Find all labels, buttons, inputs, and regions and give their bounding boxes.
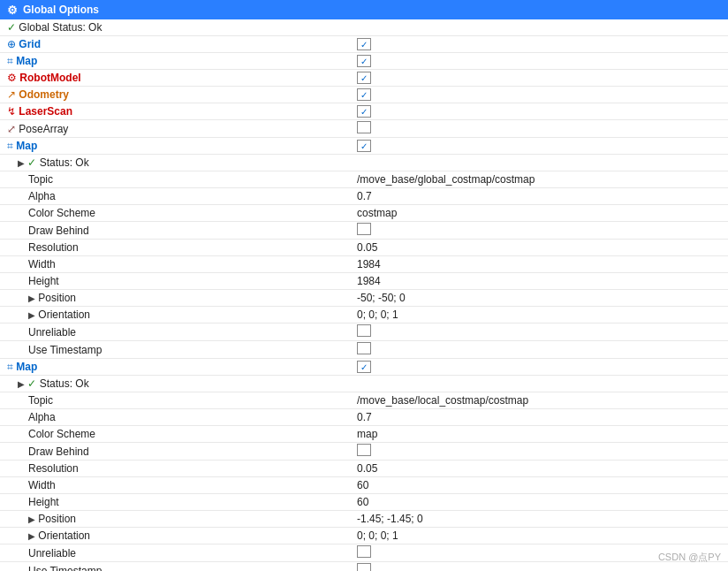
item-label: ⚙ RobotModel (0, 72, 353, 84)
checkbox[interactable]: ✓ (357, 105, 371, 118)
title-bar: ⚙ Global Options (0, 0, 728, 19)
list-item[interactable]: Draw Behind (0, 222, 728, 240)
list-item: Width1984 (0, 256, 728, 273)
list-item[interactable]: ⌗ Map✓ (0, 359, 728, 376)
item-value[interactable] (353, 223, 728, 238)
list-item: Resolution0.05 (0, 461, 728, 477)
item-label: ⊕ Grid (0, 38, 353, 50)
item-value: 0.7 (353, 190, 728, 202)
item-value[interactable] (353, 324, 728, 339)
checkbox[interactable] (357, 444, 371, 456)
list-item[interactable]: Use Timestamp (0, 341, 728, 359)
list-item: Height1984 (0, 273, 728, 290)
options-list: ✓ Global Status: Ok⊕ Grid✓⌗ Map✓⚙ RobotM… (0, 19, 728, 571)
list-item: Width60 (0, 477, 728, 494)
item-value: -1.45; -1.45; 0 (353, 513, 728, 525)
item-label: ▶ Orientation (0, 308, 353, 321)
item-value: 0.7 (353, 411, 728, 423)
item-value[interactable]: ✓ (353, 105, 728, 118)
watermark: CSDN @点PY (658, 551, 721, 564)
item-label: ▶ Position (0, 292, 353, 304)
list-item[interactable]: Use Timestamp (0, 562, 728, 571)
checkbox[interactable] (357, 563, 371, 571)
item-label: Unreliable (0, 326, 353, 339)
checkbox[interactable]: ✓ (357, 72, 371, 84)
item-value[interactable]: ✓ (353, 55, 728, 68)
item-value[interactable] (353, 563, 728, 571)
list-item: ▶ Orientation0; 0; 0; 1 (0, 307, 728, 324)
list-item: Color Schemecostmap (0, 205, 728, 222)
item-value[interactable] (353, 121, 728, 136)
item-label: Topic (0, 173, 353, 186)
gear-icon: ⚙ (7, 4, 18, 17)
item-label: ⌗ Map (0, 140, 353, 152)
item-label: ⤢ PoseArray (0, 123, 353, 135)
list-item: ✓ Global Status: Ok (0, 19, 728, 36)
item-value[interactable]: ✓ (353, 361, 728, 374)
list-item: Alpha0.7 (0, 409, 728, 426)
checkbox[interactable]: ✓ (357, 361, 371, 373)
list-item: ▶ Position-1.45; -1.45; 0 (0, 511, 728, 528)
item-value: 60 (353, 479, 728, 491)
list-item[interactable]: ⚙ RobotModel✓ (0, 70, 728, 87)
list-item: Topic/move_base/global_costmap/costmap (0, 171, 728, 188)
item-label: Resolution (0, 462, 353, 475)
checkbox[interactable] (357, 324, 371, 337)
item-value: 1984 (353, 275, 728, 287)
list-item: Resolution0.05 (0, 240, 728, 256)
item-value[interactable]: ✓ (353, 38, 728, 51)
item-value: /move_base/global_costmap/costmap (353, 173, 728, 186)
item-label: ↗ Odometry (0, 88, 353, 101)
item-label: Use Timestamp (0, 565, 353, 572)
item-value[interactable] (353, 342, 728, 357)
checkbox[interactable]: ✓ (357, 88, 371, 101)
list-item: Alpha0.7 (0, 188, 728, 205)
item-value[interactable]: ✓ (353, 88, 728, 102)
list-item: Topic/move_base/local_costmap/costmap (0, 392, 728, 409)
checkbox[interactable]: ✓ (357, 55, 371, 67)
checkbox[interactable] (357, 223, 371, 235)
list-item[interactable]: ↯ LaserScan✓ (0, 103, 728, 120)
list-item: ▶ ✓ Status: Ok (0, 155, 728, 171)
item-value: 60 (353, 496, 728, 508)
item-value: 0.05 (353, 462, 728, 475)
checkbox[interactable] (357, 121, 371, 133)
checkbox[interactable] (357, 342, 371, 354)
list-item[interactable]: ⌗ Map✓ (0, 53, 728, 70)
checkbox[interactable]: ✓ (357, 140, 371, 152)
item-value: 1984 (353, 258, 728, 270)
list-item[interactable]: ⊕ Grid✓ (0, 36, 728, 53)
item-label: ↯ LaserScan (0, 105, 353, 118)
list-item[interactable]: ⌗ Map✓ (0, 138, 728, 155)
item-value: 0; 0; 0; 1 (353, 308, 728, 321)
list-item[interactable]: ↗ Odometry✓ (0, 87, 728, 103)
item-value: -50; -50; 0 (353, 292, 728, 304)
item-label: Width (0, 479, 353, 491)
list-item: ▶ ✓ Status: Ok (0, 376, 728, 392)
item-label: Unreliable (0, 547, 353, 560)
checkbox[interactable]: ✓ (357, 38, 371, 50)
item-label: Draw Behind (0, 225, 353, 237)
list-item: Height60 (0, 494, 728, 511)
item-label: Draw Behind (0, 445, 353, 458)
item-value[interactable]: ✓ (353, 140, 728, 153)
item-value[interactable]: ✓ (353, 72, 728, 85)
item-label: ▶ Position (0, 513, 353, 525)
item-value[interactable] (353, 444, 728, 459)
main-window: ⚙ Global Options ✓ Global Status: Ok⊕ Gr… (0, 0, 728, 571)
item-label: Width (0, 258, 353, 270)
window-title: Global Options (23, 4, 99, 16)
list-item: ▶ Position-50; -50; 0 (0, 290, 728, 307)
checkbox[interactable] (357, 545, 371, 558)
item-label: Height (0, 496, 353, 508)
list-item[interactable]: Draw Behind (0, 443, 728, 461)
list-item[interactable]: Unreliable (0, 544, 728, 562)
item-label: ▶ ✓ Status: Ok (0, 377, 353, 390)
item-label: ▶ ✓ Status: Ok (0, 156, 353, 169)
list-item[interactable]: Unreliable (0, 324, 728, 341)
item-label: Height (0, 275, 353, 287)
item-label: ▶ Orientation (0, 529, 353, 542)
list-item[interactable]: ⤢ PoseArray (0, 120, 728, 138)
item-value: 0.05 (353, 241, 728, 254)
item-label: Alpha (0, 190, 353, 202)
